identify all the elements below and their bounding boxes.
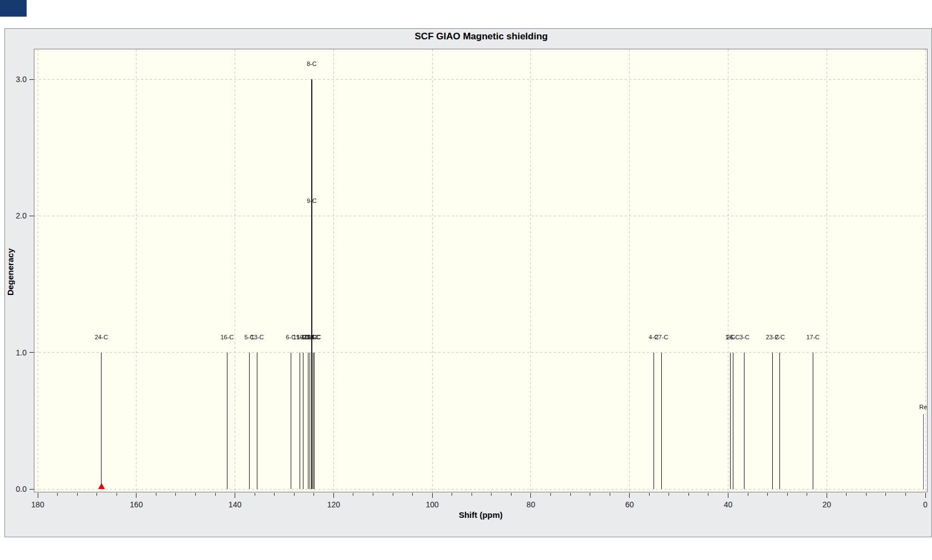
peak-line [744, 353, 744, 489]
gridline-vertical [333, 49, 334, 492]
y-major-tick [29, 489, 34, 490]
x-minor-tick [590, 493, 590, 496]
x-major-tick [38, 493, 38, 498]
peak-line [249, 353, 250, 489]
x-minor-tick [708, 493, 708, 496]
x-minor-tick [767, 493, 768, 496]
x-minor-tick [452, 493, 452, 496]
y-tick-label: 3.0 [3, 75, 27, 84]
peak-line [661, 353, 662, 489]
peak-label: 27-C [639, 334, 683, 340]
y-major-tick [29, 352, 34, 353]
x-minor-tick [570, 493, 571, 496]
gridline-vertical [38, 49, 38, 492]
x-tick-label: 80 [514, 500, 548, 509]
x-minor-tick [116, 493, 117, 496]
reference-peak-label: Re [919, 404, 928, 410]
x-minor-tick [393, 493, 393, 496]
window-corner-accent [0, 0, 27, 17]
x-minor-tick [668, 493, 669, 496]
x-minor-tick [649, 493, 650, 496]
peak-line [314, 353, 315, 489]
x-axis-title: Shift (ppm) [34, 510, 927, 520]
gridline-vertical [530, 49, 531, 492]
gridline-vertical [728, 49, 728, 492]
x-major-tick [235, 493, 235, 498]
x-minor-tick [294, 493, 295, 496]
x-minor-tick [97, 493, 97, 496]
peak-label: 24-C [79, 334, 124, 340]
x-minor-tick [255, 493, 255, 496]
x-minor-tick [846, 493, 847, 496]
x-minor-tick [156, 493, 156, 496]
peak-line [308, 353, 308, 489]
peak-line [291, 353, 291, 489]
x-minor-tick [274, 493, 275, 496]
x-minor-tick [807, 493, 807, 496]
gridline-horizontal [34, 79, 927, 80]
gridline-vertical [432, 49, 433, 492]
x-major-tick [432, 493, 433, 498]
x-minor-tick [885, 493, 886, 496]
peak-line [300, 353, 300, 489]
x-major-tick [333, 493, 334, 498]
x-minor-tick [353, 493, 353, 496]
x-minor-tick [550, 493, 551, 496]
peak-label: 9-C [290, 197, 334, 204]
gridline-horizontal [34, 352, 927, 353]
x-tick-label: 0 [909, 500, 932, 509]
peak-line [654, 353, 654, 489]
gridline-vertical [235, 49, 235, 492]
x-tick-label: 60 [613, 500, 646, 509]
x-tick-label: 100 [416, 500, 449, 509]
peak-line [303, 353, 303, 489]
x-major-tick [728, 493, 728, 498]
gridline-horizontal [34, 489, 927, 490]
y-tick-label: 1.0 [3, 348, 27, 357]
y-tick-label: 2.0 [3, 211, 27, 220]
x-minor-tick [472, 493, 472, 496]
peak-line [101, 353, 102, 489]
x-tick-label: 180 [21, 500, 54, 509]
peak-label: 17-C [791, 334, 835, 340]
y-axis-title: Degeneracy [6, 248, 15, 296]
x-tick-label: 160 [120, 500, 153, 509]
x-major-tick [629, 493, 630, 498]
x-minor-tick [412, 493, 413, 496]
peak-line [733, 353, 733, 489]
x-minor-tick [748, 493, 748, 496]
x-minor-tick [175, 493, 176, 496]
peak-line [257, 353, 257, 489]
y-major-tick [29, 79, 34, 80]
x-minor-tick [688, 493, 689, 496]
peak-line [311, 79, 312, 489]
x-minor-tick [511, 493, 511, 496]
x-tick-label: 40 [711, 500, 744, 509]
y-major-tick [29, 216, 34, 216]
x-major-tick [827, 493, 827, 498]
gridline-vertical [136, 49, 136, 492]
x-minor-tick [195, 493, 196, 496]
x-minor-tick [215, 493, 216, 496]
x-minor-tick [787, 493, 788, 496]
x-minor-tick [77, 493, 78, 496]
x-major-tick [530, 493, 531, 498]
x-tick-label: 120 [317, 500, 350, 509]
peak-line [227, 353, 227, 489]
gridline-vertical [629, 49, 630, 492]
x-minor-tick [373, 493, 373, 496]
x-tick-label: 140 [219, 500, 252, 509]
peak-label: 8-C [290, 60, 334, 67]
x-minor-tick [905, 493, 906, 496]
chart-title: SCF GIAO Magnetic shielding [34, 31, 928, 44]
gridline-horizontal [34, 216, 927, 216]
x-minor-tick [610, 493, 610, 496]
y-tick-label: 0.0 [3, 485, 27, 493]
x-minor-tick [866, 493, 867, 496]
x-minor-tick [57, 493, 58, 496]
peak-line [813, 353, 813, 489]
x-minor-tick [313, 493, 314, 496]
plot-canvas[interactable]: 24-C16-C5-C13-C6-C15-C19-C10-C21-C7-C9-C… [34, 49, 928, 492]
x-minor-tick [491, 493, 492, 496]
peak-line [772, 353, 773, 489]
